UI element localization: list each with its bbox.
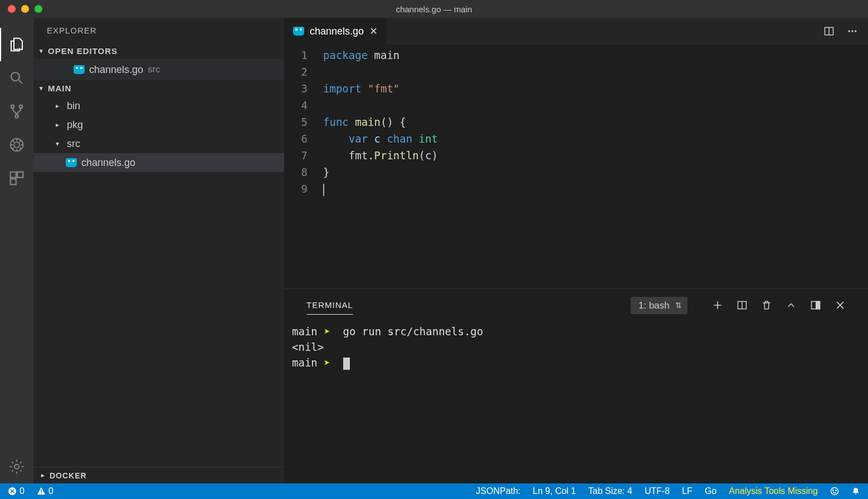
plus-icon[interactable] — [712, 300, 723, 311]
status-jsonpath[interactable]: JSONPath: — [476, 486, 520, 496]
svg-rect-18 — [41, 490, 41, 492]
window-title: channels.go — main — [396, 4, 472, 14]
go-file-icon — [66, 158, 77, 167]
line-gutter: 123456789 — [284, 47, 323, 288]
open-editors-section[interactable]: ▾ OPEN EDITORS — [33, 43, 284, 59]
chevron-right-icon: ▸ — [41, 472, 45, 479]
close-window-button[interactable] — [8, 5, 16, 13]
split-terminal-icon[interactable] — [737, 300, 748, 311]
extensions-activity[interactable] — [0, 162, 33, 195]
file-label: channels.go — [81, 157, 135, 169]
file-channels-go[interactable]: channels.go — [33, 153, 284, 172]
maximize-panel-icon[interactable] — [810, 300, 821, 311]
status-tabsize[interactable]: Tab Size: 4 — [588, 486, 632, 496]
folder-label: bin — [67, 100, 80, 112]
svg-point-2 — [19, 105, 23, 109]
search-icon — [8, 70, 25, 86]
text-cursor — [323, 184, 324, 196]
svg-point-12 — [851, 30, 853, 32]
scm-activity[interactable] — [0, 95, 33, 128]
svg-point-21 — [833, 490, 834, 491]
trash-icon[interactable] — [761, 300, 772, 311]
svg-point-1 — [11, 105, 14, 109]
bug-icon — [8, 136, 25, 153]
section-label: MAIN — [48, 84, 71, 93]
terminal-header: TERMINAL 1: bash — [284, 289, 868, 317]
status-bar: 0 0 JSONPath: Ln 9, Col 1 Tab Size: 4 UT… — [0, 483, 868, 499]
status-notifications[interactable] — [851, 487, 860, 496]
svg-rect-19 — [41, 493, 41, 493]
status-errors[interactable]: 0 — [8, 486, 25, 496]
activity-bar — [0, 18, 33, 483]
bell-icon — [851, 487, 860, 496]
file-dir: src — [148, 64, 160, 75]
status-encoding[interactable]: UTF-8 — [645, 486, 670, 496]
go-file-icon — [293, 27, 304, 36]
window-controls — [0, 5, 42, 13]
svg-point-9 — [14, 464, 19, 469]
files-icon — [8, 36, 25, 53]
svg-point-11 — [849, 30, 850, 32]
branch-icon — [8, 103, 25, 120]
editor-group: channels.go ✕ 123456789 package main imp… — [284, 18, 868, 483]
split-editor-icon[interactable] — [823, 26, 835, 37]
code-editor[interactable]: 123456789 package main import "fmt" func… — [284, 45, 868, 288]
terminal-tab[interactable]: TERMINAL — [306, 296, 353, 315]
svg-rect-8 — [11, 179, 16, 184]
tab-label: channels.go — [310, 26, 364, 37]
status-analysis-warning[interactable]: Analysis Tools Missing — [729, 486, 818, 496]
folder-src[interactable]: src — [33, 134, 284, 153]
code-content[interactable]: package main import "fmt" func main() { … — [323, 47, 868, 288]
go-file-icon — [74, 65, 85, 74]
status-language[interactable]: Go — [705, 486, 716, 496]
terminal-actions — [712, 300, 846, 311]
workspace-section[interactable]: ▾ MAIN — [33, 80, 284, 96]
close-icon[interactable] — [835, 300, 846, 311]
maximize-window-button[interactable] — [35, 5, 42, 13]
error-icon — [8, 487, 17, 496]
debug-activity[interactable] — [0, 128, 33, 162]
docker-section[interactable]: ▸ DOCKER — [33, 467, 284, 483]
explorer-activity[interactable] — [0, 28, 33, 61]
status-warnings[interactable]: 0 — [37, 486, 53, 496]
terminal-panel: TERMINAL 1: bash main ➤ go run src/chann… — [284, 288, 868, 483]
window-titlebar: channels.go — main — [0, 0, 868, 18]
open-editor-item[interactable]: channels.go src — [33, 59, 284, 80]
smiley-icon — [830, 487, 839, 496]
status-eol[interactable]: LF — [682, 486, 693, 496]
svg-point-5 — [14, 142, 19, 148]
folder-label: pkg — [67, 119, 83, 131]
svg-rect-7 — [17, 172, 23, 178]
editor-tabs: channels.go ✕ — [284, 18, 868, 45]
section-label: DOCKER — [50, 471, 87, 480]
svg-point-20 — [831, 488, 838, 495]
svg-rect-16 — [816, 301, 820, 309]
status-cursor-pos[interactable]: Ln 9, Col 1 — [533, 486, 576, 496]
close-icon[interactable]: ✕ — [369, 25, 378, 37]
tab-channels-go[interactable]: channels.go ✕ — [284, 18, 387, 45]
chevron-up-icon[interactable] — [786, 300, 797, 311]
terminal-body[interactable]: main ➤ go run src/channels.go<nil>main ➤ — [284, 317, 868, 483]
search-activity[interactable] — [0, 61, 33, 95]
svg-point-22 — [836, 490, 837, 491]
minimize-window-button[interactable] — [21, 5, 29, 13]
svg-rect-6 — [11, 172, 16, 178]
svg-point-3 — [15, 115, 18, 118]
terminal-cursor — [343, 358, 350, 370]
gear-icon — [8, 458, 25, 475]
settings-activity[interactable] — [0, 450, 33, 483]
status-feedback[interactable] — [830, 487, 839, 496]
terminal-shell-select[interactable]: 1: bash — [631, 297, 687, 314]
sidebar-title: EXPLORER — [33, 18, 284, 43]
editor-actions — [823, 18, 868, 45]
more-icon[interactable] — [847, 26, 858, 37]
folder-bin[interactable]: bin — [33, 96, 284, 115]
extensions-icon — [8, 170, 25, 187]
svg-point-13 — [855, 30, 856, 32]
explorer-sidebar: EXPLORER ▾ OPEN EDITORS channels.go src … — [33, 18, 284, 483]
shell-dropdown[interactable]: 1: bash — [631, 297, 687, 314]
svg-point-0 — [11, 72, 19, 81]
chevron-down-icon: ▾ — [38, 85, 45, 92]
folder-label: src — [67, 138, 80, 150]
folder-pkg[interactable]: pkg — [33, 115, 284, 134]
